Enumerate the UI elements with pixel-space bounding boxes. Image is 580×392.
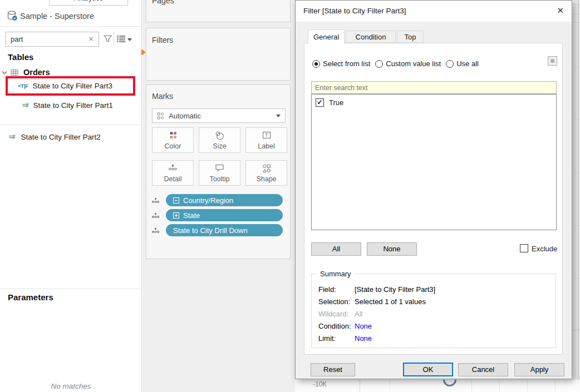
summary-groupbox: Summary Field: [State to City Filter Par… [311,274,556,348]
gridline [573,172,580,173]
field-label: State to City Filter Part3 [33,82,112,90]
filter-search-input[interactable] [311,81,557,94]
collapse-icon[interactable]: − [173,197,179,204]
pill-label: State [183,211,200,220]
radio-use-all-label[interactable]: Use all [456,59,479,68]
field-state-to-city-filter-part1[interactable]: =# State to City Filter Part1 [0,98,142,112]
color-button-label: Color [165,142,181,150]
general-tab-panel: Select from list Custom value list Use a… [304,43,563,355]
size-button[interactable]: Size [199,127,240,153]
pill-detail-dots-icon [152,197,159,204]
shape-icon [262,164,271,173]
no-matches-text: No matches [0,382,142,390]
view-as-caret-icon[interactable] [127,38,132,41]
field-state-to-city-filter-part2[interactable]: =# State to City Filter Part2 [0,130,142,144]
datasource-icon [7,11,18,21]
pill-state[interactable]: + State [166,209,283,221]
pill-label: Country/Region [183,196,233,205]
field-label: State to City Filter Part2 [21,133,100,141]
mark-type-icon [157,112,164,120]
ok-button-label: OK [423,365,434,374]
dialog-titlebar[interactable]: Filter [State to City Filter Part3] ✕ [296,1,572,22]
reset-button[interactable]: Reset [311,363,355,376]
tab-top[interactable]: Top [397,31,424,43]
cancel-button[interactable]: Cancel [458,363,508,376]
tooltip-button-label: Tooltip [209,175,229,183]
tab-analytics[interactable]: Analytics [49,0,128,6]
checkbox-true[interactable]: ✓ [316,98,324,107]
table-icon [11,69,18,76]
svg-text:T: T [265,132,268,138]
tab-condition[interactable]: Condition [346,31,396,43]
tab-analytics-label: Analytics [50,0,127,2]
summary-limit-link[interactable]: None [355,334,372,343]
dialog-title: Filter [State to City Filter Part3] [303,7,406,15]
tables-heading: Tables [8,52,33,62]
zero-line-dashed [573,330,580,330]
ok-button[interactable]: OK [403,363,453,376]
none-button[interactable]: None [367,242,417,256]
zero-line-dashed [360,380,360,392]
tooltip-icon [215,164,224,172]
radio-custom-value-list-label[interactable]: Custom value list [386,59,441,68]
exclude-checkbox[interactable] [520,244,528,252]
tab-general[interactable]: General [308,29,345,44]
search-input[interactable] [6,32,99,47]
tab-top-label: Top [405,33,416,41]
orders-expander-icon[interactable] [2,71,7,75]
label-button[interactable]: T Label [245,127,287,153]
gridline [573,225,580,226]
all-button[interactable]: All [311,242,361,256]
apply-button[interactable]: Apply [514,363,564,376]
numeric-calc-field-icon: =# [22,102,28,108]
gridline [555,380,556,392]
summary-title: Summary [317,270,354,278]
worksheet-background-right [573,0,580,392]
radio-custom-value-list[interactable] [375,60,383,68]
data-pane: Analytics Sample - Superstore × Tables [0,0,142,392]
expand-icon[interactable]: + [173,212,179,219]
gridline [499,380,500,392]
gridline [573,4,580,5]
radio-select-from-list[interactable] [312,60,320,68]
close-icon[interactable]: ✕ [557,6,564,16]
pill-detail-dots-icon [152,227,159,234]
pill-country-region[interactable]: − Country/Region [166,194,283,206]
pages-shelf[interactable]: Pages [146,0,291,22]
filters-shelf-label: Filters [152,36,173,44]
color-button[interactable]: Color [152,127,194,153]
label-icon: T [262,131,271,139]
menu-icon: ≡ [550,57,555,65]
detail-button[interactable]: Detail [152,160,194,186]
mark-type-caret-icon[interactable] [276,115,281,117]
field-state-to-city-filter-part3[interactable]: =T|F State to City Filter Part3 [6,76,135,96]
gridline [573,67,580,67]
apply-button-label: Apply [530,365,549,374]
size-icon [215,131,224,140]
summary-selection-value: Selected 1 of 1 values [355,297,426,306]
list-item-label: True [329,98,343,107]
pill-state-to-city-drill-down[interactable]: State to City Drill Down [166,224,283,236]
list-menu-button[interactable]: ≡ [548,56,557,66]
tooltip-button[interactable]: Tooltip [199,160,240,186]
exclude-label[interactable]: Exclude [532,245,557,253]
view-as-list-icon[interactable] [117,36,125,42]
search-clear-icon[interactable]: × [89,34,94,43]
filters-shelf[interactable]: Filters [146,28,291,81]
worksheet-background-bottom: -10K [295,380,580,392]
color-icon [169,131,178,139]
toolbar-separator [114,32,114,47]
list-item-true[interactable]: ✓ True [312,95,556,107]
shape-button[interactable]: Shape [245,160,287,186]
table-name[interactable]: Orders [23,68,50,77]
mark-type-dropdown[interactable]: Automatic [152,108,286,123]
summary-condition-link[interactable]: None [355,322,372,330]
summary-wildcard-value: All [355,310,362,318]
gridline [573,14,580,14]
datasource-name[interactable]: Sample - Superstore [20,12,94,21]
radio-select-from-list-label[interactable]: Select from list [323,59,370,68]
filter-funnel-icon[interactable] [103,34,112,43]
radio-use-all[interactable] [446,60,454,68]
shape-button-label: Shape [256,175,276,183]
values-listbox[interactable]: ✓ True [311,94,557,230]
